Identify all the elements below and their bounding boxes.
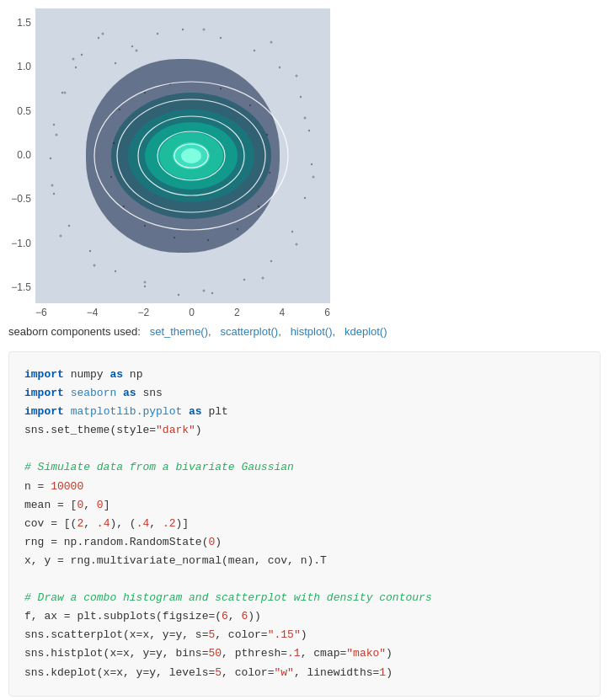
x-label-5: 2 <box>234 307 240 318</box>
plot-area: 1.5 1.0 0.5 0.0 −0.5 −1.0 −1.5 <box>8 8 601 318</box>
svg-point-14 <box>60 235 62 238</box>
code-line-2: import seaborn as sns <box>24 384 585 403</box>
svg-point-57 <box>266 134 268 136</box>
svg-point-43 <box>144 286 146 287</box>
svg-point-39 <box>270 260 272 262</box>
svg-point-17 <box>64 92 67 94</box>
svg-point-31 <box>220 37 222 39</box>
x-label-3: −2 <box>137 307 149 318</box>
svg-point-11 <box>203 290 206 292</box>
svg-point-25 <box>81 54 83 56</box>
svg-point-24 <box>181 148 201 163</box>
svg-point-59 <box>258 206 259 207</box>
svg-point-38 <box>291 231 293 232</box>
svg-point-63 <box>144 225 146 227</box>
code-line-10: x, y = rng.multivariate_normal(mean, cov… <box>24 552 585 570</box>
svg-point-6 <box>296 75 298 77</box>
x-label-6: 4 <box>280 307 286 318</box>
svg-point-61 <box>207 239 209 241</box>
svg-point-29 <box>157 33 158 35</box>
svg-point-56 <box>249 104 251 106</box>
svg-point-55 <box>220 88 222 89</box>
code-line-9: rng = np.random.RandomState(0) <box>24 533 585 552</box>
y-label-3: 0.5 <box>8 105 31 117</box>
svg-point-50 <box>61 92 63 94</box>
code-line-12: f, ax = plt.subplots(figsize=(6, 6)) <box>24 607 585 626</box>
code-line-8: cov = [(2, .4), (.4, .2)] <box>24 515 585 533</box>
svg-point-46 <box>68 225 70 227</box>
component-kdeplot: kdeplot() <box>345 325 387 338</box>
svg-point-52 <box>119 109 120 110</box>
svg-point-37 <box>304 197 306 199</box>
y-label-2: 1.0 <box>8 61 31 72</box>
x-label-2: −4 <box>87 307 99 318</box>
component-scatterplot: scatterplot() <box>221 325 279 338</box>
svg-point-64 <box>123 206 125 207</box>
svg-point-1 <box>72 58 75 61</box>
svg-point-15 <box>51 184 54 187</box>
svg-point-28 <box>131 45 133 47</box>
svg-point-47 <box>53 193 55 195</box>
svg-point-13 <box>93 265 96 267</box>
svg-point-10 <box>262 277 264 280</box>
y-label-7: −1.5 <box>8 281 31 293</box>
code-block: import numpy as np import seaborn as sns… <box>8 351 601 697</box>
code-line-6: n = 10000 <box>24 478 585 496</box>
svg-point-16 <box>56 134 58 136</box>
svg-point-66 <box>113 142 115 144</box>
svg-point-58 <box>269 172 270 174</box>
components-prefix-label: seaborn components used: <box>8 325 141 338</box>
svg-point-3 <box>136 50 138 52</box>
chart-wrapper: −6 −4 −2 0 2 4 6 <box>35 8 601 318</box>
x-label-1: −6 <box>35 307 47 318</box>
code-line-11: # Draw a combo histogram and scatterplot… <box>24 589 585 607</box>
svg-point-36 <box>311 163 313 165</box>
code-line-14: sns.histplot(x=x, y=y, bins=50, pthresh=… <box>24 644 585 663</box>
svg-point-9 <box>296 243 298 246</box>
svg-point-53 <box>144 92 146 94</box>
code-line-1: import numpy as np <box>24 366 585 384</box>
code-line-7: mean = [0, 0] <box>24 496 585 515</box>
x-label-4: 0 <box>189 307 195 318</box>
svg-point-32 <box>254 50 255 51</box>
code-line-5: # Simulate data from a bivariate Gaussia… <box>24 458 585 477</box>
svg-point-5 <box>270 41 273 44</box>
svg-point-62 <box>174 237 175 238</box>
y-label-5: −0.5 <box>8 193 31 205</box>
svg-point-27 <box>115 62 116 64</box>
y-label-4: 0.0 <box>8 149 31 161</box>
y-axis-labels: 1.5 1.0 0.5 0.0 −0.5 −1.0 −1.5 <box>8 8 35 318</box>
svg-point-45 <box>89 250 91 252</box>
svg-point-30 <box>182 29 184 30</box>
code-line-3: import matplotlib.pyplot as plt <box>24 403 585 421</box>
svg-point-44 <box>115 270 116 272</box>
code-line-13: sns.scatterplot(x=x, y=y, s=5, color=".1… <box>24 626 585 644</box>
svg-point-48 <box>50 158 51 159</box>
svg-point-65 <box>110 176 112 178</box>
code-line-15: sns.kdeplot(x=x, y=y, levels=5, color="w… <box>24 664 585 682</box>
chart-svg <box>35 8 330 303</box>
svg-point-49 <box>53 124 55 126</box>
svg-point-60 <box>237 228 238 230</box>
svg-point-8 <box>313 176 315 179</box>
svg-point-35 <box>308 130 310 131</box>
component-set-theme: set_theme() <box>150 325 208 338</box>
plot-container: 1.5 1.0 0.5 0.0 −0.5 −1.0 −1.5 <box>0 0 609 318</box>
svg-point-7 <box>304 117 307 120</box>
svg-point-26 <box>98 37 99 39</box>
svg-point-41 <box>211 292 213 294</box>
svg-point-2 <box>102 33 104 35</box>
svg-point-34 <box>300 96 302 98</box>
y-label-6: −1.0 <box>8 238 31 249</box>
svg-point-4 <box>203 29 206 31</box>
svg-point-33 <box>279 67 280 68</box>
code-line-4: sns.set_theme(style="dark") <box>24 421 585 440</box>
y-label-1: 1.5 <box>8 17 31 29</box>
svg-point-42 <box>178 294 179 296</box>
svg-point-12 <box>144 281 147 284</box>
components-line: seaborn components used: set_theme(), sc… <box>0 318 609 345</box>
x-axis-labels: −6 −4 −2 0 2 4 6 <box>35 303 330 318</box>
svg-point-51 <box>75 67 77 68</box>
x-label-7: 6 <box>324 307 330 318</box>
component-histplot: histplot() <box>291 325 333 338</box>
